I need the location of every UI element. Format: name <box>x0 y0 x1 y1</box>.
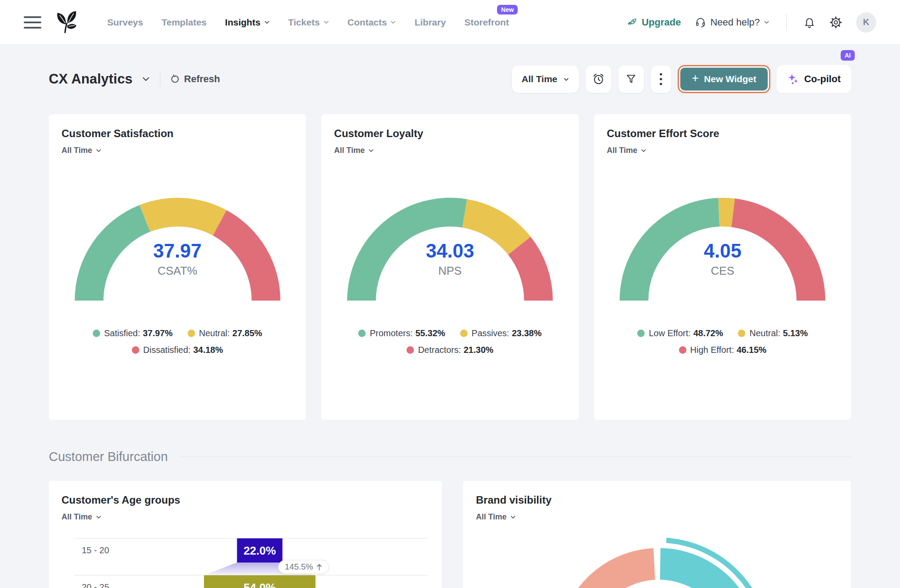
legend-value: 48.72% <box>693 328 723 338</box>
legend-item[interactable]: Dissatisfied:34.18% <box>132 345 223 355</box>
widget-brand-visibility: Brand visibility All Time <box>463 481 851 588</box>
legend-dot <box>460 330 468 337</box>
legend-item[interactable]: Promoters:55.32% <box>358 328 445 338</box>
gauge-metric-label: NPS <box>345 264 555 278</box>
chevron-down-icon <box>96 148 102 153</box>
filter-funnel-icon <box>625 73 637 85</box>
main-menu: Surveys Templates Insights Tickets Conta… <box>107 17 509 28</box>
gauge-card-grid: Customer Satisfaction All Time 37.97 CSA… <box>49 114 851 420</box>
legend-label: Neutral: <box>199 328 230 338</box>
legend-item[interactable]: Satisfied:37.97% <box>93 328 173 338</box>
gauge-metric-label: CSAT% <box>73 264 282 278</box>
legend-dot <box>188 330 195 337</box>
donut-slice-0[interactable] <box>558 548 655 588</box>
dashboard-switcher-chevron[interactable] <box>142 75 150 83</box>
widget-age-groups: Customer's Age groups All Time 15 - 2022… <box>49 481 442 588</box>
leaf-logo-icon <box>54 9 79 34</box>
copilot-label: Co-pilot <box>804 73 841 85</box>
more-options-button[interactable] <box>650 65 671 93</box>
chevron-down-icon <box>142 75 150 83</box>
widget-time-filter-value: All Time <box>607 146 638 155</box>
need-help-button[interactable]: Need help? <box>695 17 769 28</box>
funnel-bar-value: 54.0% <box>243 581 276 588</box>
widget-customer-loyalty: Customer Loyalty All Time 34.03 NPS Prom… <box>321 114 578 420</box>
nav-item-surveys[interactable]: Surveys <box>107 17 143 28</box>
chevron-down-icon <box>368 148 374 153</box>
widget-title: Customer Satisfaction <box>62 127 295 140</box>
legend-item[interactable]: Passives:23.38% <box>460 328 541 338</box>
sparkle-icon <box>787 73 799 85</box>
legend-value: 27.85% <box>232 328 262 338</box>
nav-label: Surveys <box>107 17 143 28</box>
widget-time-filter[interactable]: All Time <box>607 146 647 155</box>
legend-label: Low Effort: <box>649 328 690 338</box>
nav-item-storefront[interactable]: Storefront New <box>465 17 509 28</box>
widget-customer-satisfaction: Customer Satisfaction All Time 37.97 CSA… <box>49 114 306 420</box>
filter-button[interactable] <box>618 65 644 93</box>
legend-dot <box>738 330 745 337</box>
alarm-clock-icon <box>592 73 605 85</box>
top-nav: Surveys Templates Insights Tickets Conta… <box>0 0 900 45</box>
legend-item[interactable]: High Effort:46.15% <box>679 345 767 355</box>
widget-customer-effort-score: Customer Effort Score All Time 4.05 CES … <box>594 114 851 420</box>
nav-item-library[interactable]: Library <box>414 17 446 28</box>
gauge-legend: Promoters:55.32%Passives:23.38%Detractor… <box>321 328 578 355</box>
nav-label: Contacts <box>348 17 387 28</box>
nav-divider <box>786 14 787 31</box>
widget-time-filter[interactable]: All Time <box>334 146 374 155</box>
widget-time-filter[interactable]: All Time <box>62 146 102 155</box>
gauge-metric-label: CES <box>618 264 827 278</box>
widget-title: Customer Loyalty <box>334 127 568 140</box>
plus-icon: + <box>692 73 699 84</box>
time-filter-dropdown[interactable]: All Time <box>512 65 579 93</box>
nav-label: Templates <box>162 17 207 28</box>
legend-value: 21.30% <box>464 345 494 355</box>
new-badge: New <box>497 5 518 15</box>
legend-label: Passives: <box>472 328 509 338</box>
chevron-down-icon <box>390 19 396 25</box>
app-logo[interactable] <box>54 9 79 36</box>
copilot-button[interactable]: Co-pilot <box>777 65 851 93</box>
legend-item[interactable]: Low Effort:48.72% <box>637 328 723 338</box>
headset-icon <box>695 17 706 28</box>
legend-dot <box>358 330 366 337</box>
nav-label: Library <box>414 17 446 28</box>
new-widget-button[interactable]: + New Widget <box>680 68 768 91</box>
new-widget-highlight-ring: + New Widget <box>678 65 770 93</box>
legend-label: High Effort: <box>690 345 734 355</box>
legend-item[interactable]: Neutral:5.13% <box>738 328 808 338</box>
funnel-chart: 15 - 2022.0%20 - 2554.0% <box>49 481 442 588</box>
upgrade-button[interactable]: Upgrade <box>627 17 681 28</box>
legend-item[interactable]: Detractors:21.30% <box>406 345 494 355</box>
notifications-button[interactable] <box>803 16 816 29</box>
legend-value: 23.38% <box>512 328 542 338</box>
legend-value: 5.13% <box>783 328 808 338</box>
chevron-down-icon <box>764 19 769 25</box>
chevron-down-icon <box>563 76 569 82</box>
legend-label: Satisfied: <box>104 328 140 338</box>
refresh-button[interactable]: Refresh <box>170 73 220 85</box>
legend-value: 55.32% <box>415 328 445 338</box>
legend-item[interactable]: Neutral:27.85% <box>188 328 262 338</box>
funnel-row-label: 15 - 20 <box>82 545 109 555</box>
change-indicator: 145.5% <box>278 560 329 574</box>
hamburger-menu-icon[interactable] <box>24 16 41 29</box>
nav-right-group: Upgrade Need help? <box>627 12 876 33</box>
legend-value: 37.97% <box>143 328 173 338</box>
nav-item-tickets[interactable]: Tickets <box>288 17 329 28</box>
upgrade-label: Upgrade <box>642 17 681 28</box>
page-title: CX Analytics <box>49 71 133 87</box>
nav-item-insights[interactable]: Insights <box>225 17 270 28</box>
page-header-row: CX Analytics Refresh All Time <box>49 65 851 93</box>
widget-header: Customer Loyalty All Time <box>321 114 578 155</box>
nav-item-templates[interactable]: Templates <box>162 17 207 28</box>
schedule-button[interactable] <box>585 65 612 93</box>
avatar[interactable]: K <box>856 12 876 33</box>
legend-label: Neutral: <box>749 328 780 338</box>
nav-item-contacts[interactable]: Contacts <box>348 17 396 28</box>
settings-button[interactable] <box>830 16 842 29</box>
gauge-legend: Satisfied:37.97%Neutral:27.85%Dissatisfi… <box>49 328 306 355</box>
legend-value: 46.15% <box>737 345 766 355</box>
legend-dot <box>406 346 414 354</box>
widget-header: Customer Satisfaction All Time <box>49 114 306 155</box>
